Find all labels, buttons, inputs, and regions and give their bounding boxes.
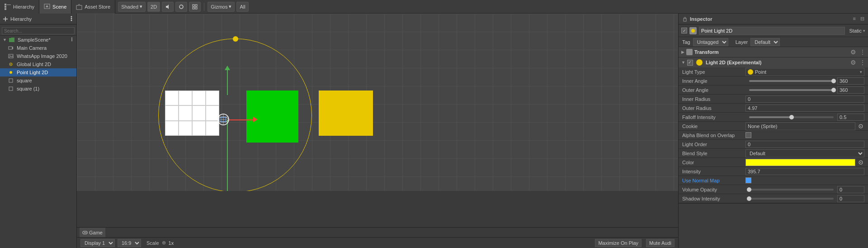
light2d-enabled-checkbox[interactable]: ✓: [687, 60, 693, 66]
global-light-icon: [8, 62, 14, 67]
white-square-object[interactable]: [165, 91, 219, 136]
outer-angle-slider[interactable]: [749, 89, 834, 91]
hierarchy-item-point-light[interactable]: Point Light 2D: [0, 68, 76, 76]
intensity-input[interactable]: [745, 168, 864, 175]
audio-icon: [165, 4, 170, 10]
falloff-intensity-slider[interactable]: [749, 116, 834, 118]
blend-style-value: Default: [745, 149, 864, 157]
hierarchy-item-scene[interactable]: ▼ SampleScene*: [0, 36, 76, 44]
square-1-label: square (1): [17, 86, 39, 91]
display-select[interactable]: Display 1: [80, 239, 115, 247]
svg-point-17: [71, 19, 72, 21]
outer-angle-row: Outer Angle: [679, 86, 868, 95]
inspector-close-icon[interactable]: ⊟: [860, 16, 864, 22]
outer-radius-input[interactable]: [745, 105, 864, 112]
shading-dropdown[interactable]: Shaded ▾: [118, 2, 146, 12]
light-order-input[interactable]: [745, 141, 864, 148]
transform-header[interactable]: ▶ Transform ⚙ ⋮: [679, 47, 868, 57]
light-handle-top[interactable]: [233, 36, 238, 42]
light-order-value: [745, 141, 864, 148]
inner-radius-row: Inner Radius: [679, 95, 868, 104]
all-filter-btn[interactable]: All: [236, 2, 248, 12]
mute-audio-btn[interactable]: Mute Audi: [646, 239, 675, 247]
static-label-btn[interactable]: Static ▾: [849, 28, 865, 33]
audio-btn[interactable]: [162, 2, 174, 12]
layer-select[interactable]: Default: [750, 38, 780, 46]
asset-store-icon: [76, 4, 82, 10]
falloff-intensity-input[interactable]: [837, 114, 864, 121]
svg-rect-28: [9, 79, 13, 82]
light-type-value: Point ▾: [745, 68, 864, 76]
transform-settings-icon[interactable]: ⚙: [850, 48, 856, 56]
inner-angle-input[interactable]: [837, 77, 864, 85]
hierarchy-item-main-camera[interactable]: Main Camera: [0, 44, 76, 52]
normal-map-label[interactable]: Use Normal Map: [682, 178, 745, 183]
object-name-input[interactable]: [699, 27, 845, 35]
scene-canvas[interactable]: [77, 14, 678, 227]
outer-angle-thumb: [831, 88, 836, 92]
cookie-select[interactable]: None (Sprite): [745, 122, 855, 130]
inner-radius-input[interactable]: [745, 95, 864, 103]
tab-hierarchy[interactable]: Hierarchy: [0, 0, 39, 14]
fx-btn[interactable]: [175, 2, 187, 12]
top-tab-bar: Hierarchy Scene Asset Store Shaded ▾ 2D: [0, 0, 868, 14]
ws-cell-4: [206, 91, 219, 105]
hierarchy-search-input[interactable]: [2, 27, 75, 34]
tab-asset-store[interactable]: Asset Store: [71, 0, 115, 14]
light2d-header[interactable]: ▼ ✓ Light 2D (Experimental) ⚙ ⋮: [679, 57, 868, 67]
scene-arrow: ▼: [3, 38, 7, 42]
mode-2d-label: 2D: [151, 4, 157, 10]
maximize-on-play-btn[interactable]: Maximize On Play: [595, 239, 642, 247]
hierarchy-item-square-1[interactable]: square (1): [0, 85, 76, 93]
hierarchy-item-square[interactable]: square: [0, 76, 76, 85]
static-arrow: ▾: [863, 29, 865, 33]
shadow-intensity-input[interactable]: [837, 195, 864, 202]
point-light-icon: [8, 70, 14, 75]
hierarchy-content: ▼ SampleScene* Main C: [0, 24, 76, 248]
yellow-square-object[interactable]: [319, 91, 373, 136]
hierarchy-item-global-light[interactable]: Global Light 2D: [0, 60, 76, 68]
transform-overflow-icon[interactable]: ⋮: [860, 49, 865, 55]
light2d-settings-icon[interactable]: ⚙: [850, 59, 856, 66]
volume-opacity-input[interactable]: [837, 186, 864, 193]
light2d-icon: [696, 59, 703, 66]
scene-menu-btn[interactable]: [70, 37, 74, 43]
ws-cell-1: [165, 91, 179, 105]
gizmos-btn[interactable]: Gizmos ▾: [208, 2, 235, 12]
alpha-blend-checkbox[interactable]: [745, 132, 751, 138]
hierarchy-item-whatsapp[interactable]: WhatsApp Image 2020: [0, 52, 76, 60]
normal-map-checkbox[interactable]: [745, 177, 751, 183]
tag-select[interactable]: Untagged: [693, 38, 728, 46]
outer-angle-input[interactable]: [837, 86, 864, 94]
color-swatch[interactable]: [745, 159, 855, 166]
color-picker-icon[interactable]: [857, 159, 864, 166]
mode-2d-btn[interactable]: 2D: [147, 2, 160, 12]
game-tab-btn[interactable]: Game: [80, 228, 105, 238]
tab-scene[interactable]: Scene: [39, 0, 71, 14]
svg-rect-11: [193, 7, 194, 9]
blend-style-select[interactable]: Default: [745, 149, 864, 157]
shadow-intensity-slider[interactable]: [749, 198, 834, 200]
svg-point-27: [9, 71, 12, 74]
object-enabled-checkbox[interactable]: ✓: [681, 28, 687, 33]
hierarchy-menu-btn[interactable]: [69, 16, 74, 22]
mute-label: Mute Audi: [649, 240, 671, 246]
outer-angle-label: Outer Angle: [682, 87, 745, 93]
svg-rect-29: [9, 87, 13, 91]
ws-cell-2: [179, 91, 192, 105]
shadow-intensity-thumb: [747, 196, 751, 201]
light-type-select-display[interactable]: Point ▾: [745, 68, 864, 76]
inner-radius-value: [745, 95, 864, 103]
square-1-icon: [8, 86, 14, 91]
svg-marker-5: [46, 5, 48, 7]
grid-btn[interactable]: [189, 2, 201, 12]
cookie-target-icon[interactable]: [857, 123, 864, 130]
inspector-collapse-icon[interactable]: ≡: [853, 16, 856, 22]
hierarchy-panel: Hierarchy ▼ SampleScene*: [0, 14, 77, 248]
inner-angle-slider[interactable]: [749, 80, 834, 82]
ratio-select[interactable]: 16:9: [118, 239, 141, 247]
svg-point-20: [71, 40, 72, 41]
svg-point-44: [860, 126, 861, 127]
volume-opacity-slider[interactable]: [749, 189, 834, 191]
light2d-overflow-icon[interactable]: ⋮: [860, 59, 865, 66]
